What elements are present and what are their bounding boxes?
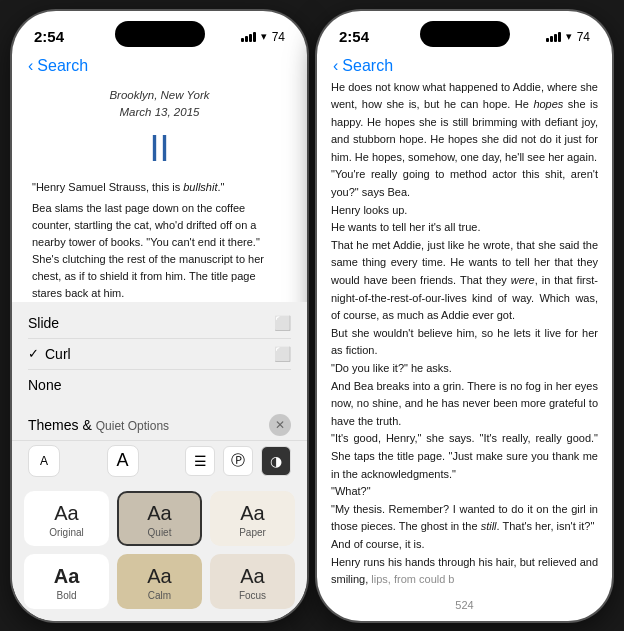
themes-title: Themes & Quiet Options [28, 417, 169, 433]
status-icons-right: ▾ 74 [546, 30, 590, 44]
theme-quiet-label: Quiet [148, 527, 172, 538]
dynamic-island-right [420, 21, 510, 47]
theme-focus[interactable]: Aa Focus [210, 554, 295, 609]
font-controls-row: A A ☰ Ⓟ ◑ [12, 440, 307, 483]
theme-calm-aa: Aa [147, 566, 171, 586]
slide-icon: ⬜ [274, 315, 291, 331]
theme-bold-aa: Aa [54, 566, 80, 586]
curl-label: Curl [45, 346, 71, 362]
font-increase-button[interactable]: A [107, 445, 139, 477]
theme-original[interactable]: Aa Original [24, 491, 109, 546]
battery-left: 74 [272, 30, 285, 44]
back-button-left[interactable]: ‹ Search [28, 57, 291, 75]
page-number: 524 [455, 599, 473, 611]
book-para-0: "Henry Samuel Strauss, this is bullshit.… [32, 179, 287, 196]
theme-paper[interactable]: Aa Paper [210, 491, 295, 546]
nav-bar-left: ‹ Search [12, 53, 307, 81]
theme-calm[interactable]: Aa Calm [117, 554, 202, 609]
slide-options: Slide ⬜ ✓ Curl ⬜ None [12, 302, 307, 406]
curl-checkmark: ✓ [28, 346, 39, 361]
bottom-panel: Slide ⬜ ✓ Curl ⬜ None [12, 302, 307, 621]
right-book-text: He does not know what happened to Addie,… [331, 79, 598, 591]
slide-label: Slide [28, 315, 59, 331]
chapter-number: II [32, 129, 287, 169]
themes-header: Themes & Quiet Options ✕ [12, 406, 307, 440]
themes-grid: Aa Original Aa Quiet Aa Paper Aa [12, 483, 307, 621]
font-style-button[interactable]: ☰ [185, 446, 215, 476]
phones-container: 2:54 ▾ 74 ‹ [0, 0, 624, 631]
book-header: Brooklyn, New York March 13, 2015 [32, 87, 287, 122]
right-para: He does not know what happened to Addie,… [331, 79, 598, 591]
wifi-icon-left: ▾ [261, 30, 267, 43]
display-options-button[interactable]: ◑ [261, 446, 291, 476]
back-chevron-left: ‹ [28, 57, 33, 75]
theme-focus-label: Focus [239, 590, 266, 601]
theme-paper-label: Paper [239, 527, 266, 538]
slide-option-slide[interactable]: Slide ⬜ [28, 308, 291, 339]
left-phone: 2:54 ▾ 74 ‹ [12, 11, 307, 621]
wifi-icon-right: ▾ [566, 30, 572, 43]
close-button[interactable]: ✕ [269, 414, 291, 436]
theme-original-label: Original [49, 527, 83, 538]
theme-quiet[interactable]: Aa Quiet [117, 491, 202, 546]
back-chevron-right: ‹ [333, 57, 338, 75]
slide-option-none[interactable]: None [28, 370, 291, 400]
time-right: 2:54 [339, 28, 369, 45]
font-decrease-button[interactable]: A [28, 445, 60, 477]
theme-quiet-aa: Aa [147, 503, 171, 523]
battery-right: 74 [577, 30, 590, 44]
theme-focus-aa: Aa [240, 566, 264, 586]
status-icons-left: ▾ 74 [241, 30, 285, 44]
none-label: None [28, 377, 61, 393]
nav-bar-right: ‹ Search [317, 53, 612, 81]
right-phone: 2:54 ▾ 74 ‹ [317, 11, 612, 621]
font-format-button[interactable]: Ⓟ [223, 446, 253, 476]
theme-bold-label: Bold [56, 590, 76, 601]
signal-icon-right [546, 32, 561, 42]
theme-paper-aa: Aa [240, 503, 264, 523]
back-button-right[interactable]: ‹ Search [333, 57, 596, 75]
back-label-right: Search [342, 57, 393, 75]
signal-icon-left [241, 32, 256, 42]
time-left: 2:54 [34, 28, 64, 45]
curl-icon: ⬜ [274, 346, 291, 362]
theme-calm-label: Calm [148, 590, 171, 601]
back-label-left: Search [37, 57, 88, 75]
book-para-1: Bea slams the last page down on the coff… [32, 200, 287, 302]
theme-bold[interactable]: Aa Bold [24, 554, 109, 609]
book-header-line1: Brooklyn, New York [32, 87, 287, 104]
slide-option-curl[interactable]: ✓ Curl ⬜ [28, 339, 291, 370]
dynamic-island [115, 21, 205, 47]
font-icons: ☰ Ⓟ ◑ [185, 446, 291, 476]
theme-original-aa: Aa [54, 503, 78, 523]
book-header-line2: March 13, 2015 [32, 104, 287, 121]
